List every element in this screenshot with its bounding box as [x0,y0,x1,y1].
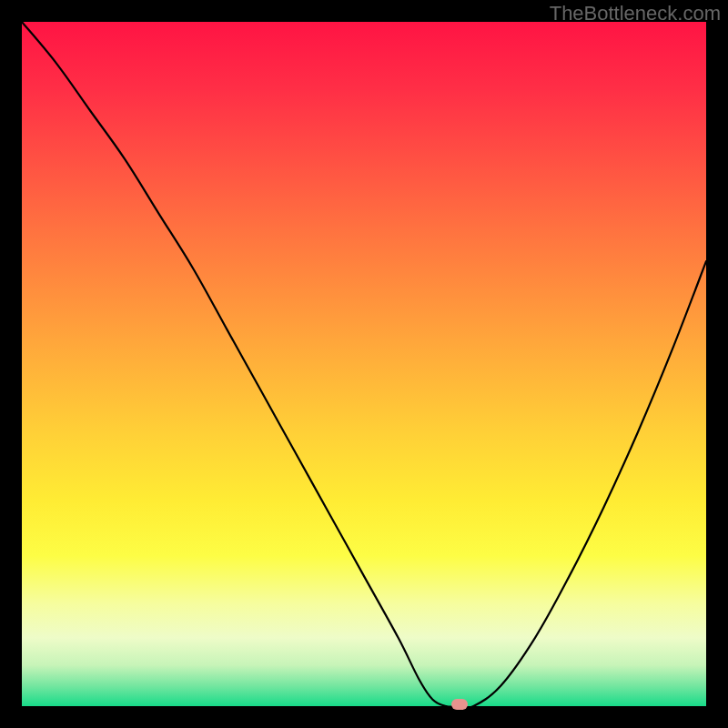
optimal-marker [451,699,468,710]
chart-container: TheBottleneck.com [0,0,728,728]
plot-area [22,22,706,706]
bottleneck-curve [22,22,706,706]
watermark-text: TheBottleneck.com [550,2,721,25]
